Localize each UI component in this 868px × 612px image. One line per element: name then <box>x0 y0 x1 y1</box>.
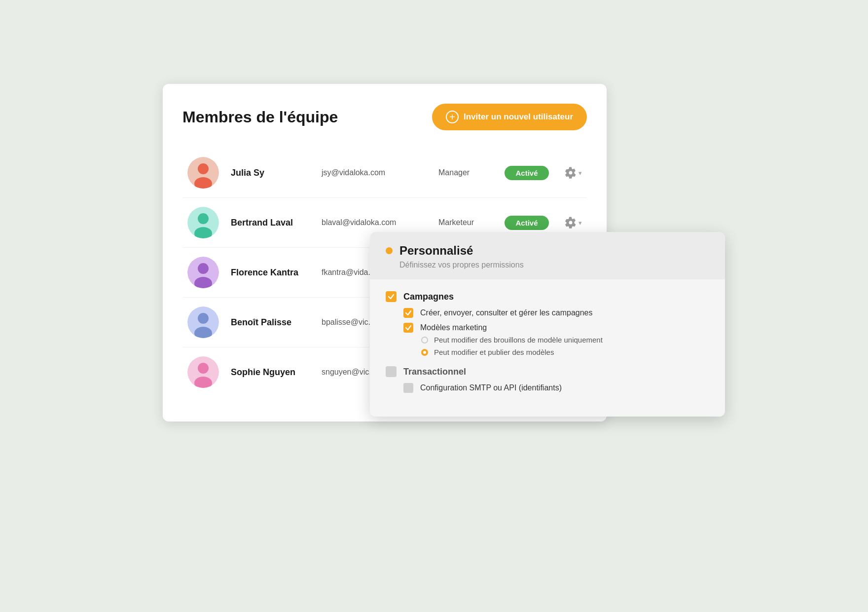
permissions-subtitle: Définissez vos propres permissions <box>386 261 709 269</box>
permissions-title: Personnalisé <box>399 244 473 258</box>
permission-item: Configuration SMTP ou API (identifiants) <box>403 383 709 393</box>
avatar <box>187 356 219 388</box>
sub-items: Peut modifier des brouillons de modèle u… <box>403 336 709 356</box>
plus-circle-icon: + <box>446 111 459 123</box>
avatar <box>187 306 219 338</box>
permission-item-label: Configuration SMTP ou API (identifiants) <box>420 383 562 392</box>
permission-item: Modèles marketingPeut modifier des broui… <box>403 323 709 356</box>
sub-item: Peut modifier et publier des modèles <box>421 348 709 356</box>
selected-indicator-dot <box>386 247 393 254</box>
permission-items: Créer, envoyer, consulter et gérer les c… <box>386 308 709 356</box>
item-checkbox-filled[interactable] <box>403 308 413 318</box>
page-title: Membres de l'équipe <box>182 108 338 126</box>
section-label: Campagnes <box>403 292 454 302</box>
member-name: Julia Sy <box>231 168 310 178</box>
svg-point-10 <box>198 313 209 324</box>
checkbox-filled[interactable] <box>386 291 397 302</box>
svg-point-4 <box>198 213 209 224</box>
permission-section-header: Campagnes <box>386 291 709 302</box>
settings-button[interactable]: ▾ <box>565 217 582 229</box>
svg-point-13 <box>198 363 209 374</box>
permission-item-row: Créer, envoyer, consulter et gérer les c… <box>403 308 709 318</box>
item-checkbox-filled[interactable] <box>403 323 413 333</box>
invite-button-label: Inviter un nouvel utilisateur <box>464 112 573 122</box>
avatar <box>187 257 219 288</box>
svg-point-7 <box>198 263 209 274</box>
member-name: Benoît Palisse <box>231 317 310 328</box>
member-email: jsy@vidaloka.com <box>322 168 427 177</box>
permission-section-header: Transactionnel <box>386 366 709 377</box>
section-label: Transactionnel <box>403 367 466 377</box>
item-checkbox-empty[interactable] <box>403 383 413 393</box>
invite-user-button[interactable]: + Inviter un nouvel utilisateur <box>432 104 587 130</box>
avatar <box>187 207 219 238</box>
radio-unselected[interactable] <box>421 337 428 344</box>
sub-item: Peut modifier des brouillons de modèle u… <box>421 336 709 344</box>
avatar <box>187 157 219 189</box>
member-name: Bertrand Laval <box>231 218 310 228</box>
permission-items: Configuration SMTP ou API (identifiants) <box>386 383 709 393</box>
gear-icon <box>565 167 577 179</box>
member-email: blaval@vidaloka.com <box>322 218 427 227</box>
permission-item-label: Modèles marketing <box>420 323 487 332</box>
sub-item-label: Peut modifier et publier des modèles <box>434 348 554 356</box>
dropdown-arrow-icon: ▾ <box>579 219 582 227</box>
permissions-body: CampagnesCréer, envoyer, consulter et gé… <box>370 279 725 417</box>
member-role: Marketeur <box>438 218 493 227</box>
permission-item-label: Créer, envoyer, consulter et gérer les c… <box>420 308 593 317</box>
checkbox-empty[interactable] <box>386 366 397 377</box>
permissions-header: Personnalisé Définissez vos propres perm… <box>370 232 725 279</box>
permission-item-row: Modèles marketing <box>403 323 709 333</box>
sub-item-label: Peut modifier des brouillons de modèle u… <box>434 336 603 344</box>
member-role: Manager <box>438 168 493 177</box>
permission-section-campagnes: CampagnesCréer, envoyer, consulter et gé… <box>386 291 709 356</box>
member-name: Florence Kantra <box>231 268 310 278</box>
gear-icon <box>565 217 577 229</box>
scene: Membres de l'équipe + Inviter un nouvel … <box>163 84 705 528</box>
member-name: Sophie Nguyen <box>231 367 310 378</box>
permissions-title-row: Personnalisé <box>386 244 709 258</box>
settings-button[interactable]: ▾ <box>565 167 582 179</box>
dropdown-arrow-icon: ▾ <box>579 169 582 177</box>
svg-point-1 <box>198 163 209 174</box>
member-row: Julia Syjsy@vidaloka.comManagerActivé ▾ <box>182 148 587 198</box>
permission-item: Créer, envoyer, consulter et gérer les c… <box>403 308 709 318</box>
radio-selected[interactable] <box>421 349 428 356</box>
permission-section-transactionnel: TransactionnelConfiguration SMTP ou API … <box>386 366 709 393</box>
card-header: Membres de l'équipe + Inviter un nouvel … <box>182 104 587 130</box>
permissions-card: Personnalisé Définissez vos propres perm… <box>370 232 725 417</box>
status-badge: Activé <box>505 166 549 180</box>
permission-item-row: Configuration SMTP ou API (identifiants) <box>403 383 709 393</box>
status-badge: Activé <box>505 216 549 230</box>
